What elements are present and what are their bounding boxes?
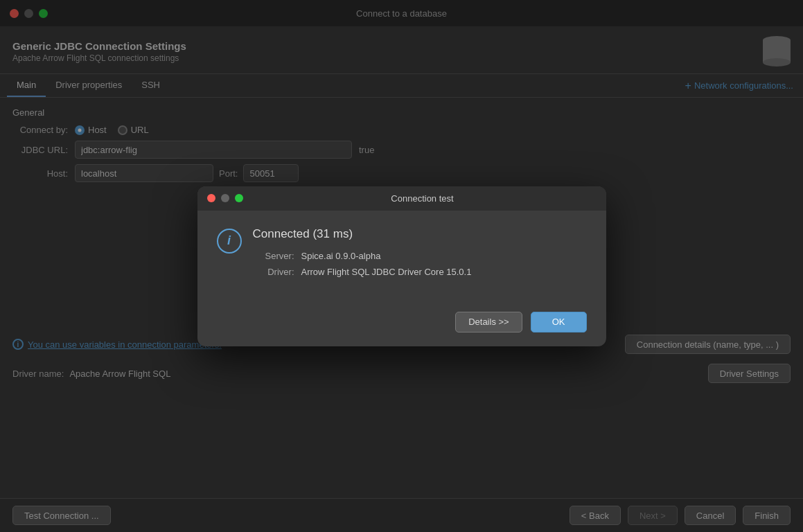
server-value: Spice.ai 0.9.0-alpha xyxy=(301,251,381,261)
connected-text: Connected (31 ms) xyxy=(253,227,472,241)
server-detail-row: Server: Spice.ai 0.9.0-alpha xyxy=(253,251,472,261)
driver-label: Driver: xyxy=(253,267,294,277)
modal-info-icon: i xyxy=(217,229,242,254)
modal-details: Server: Spice.ai 0.9.0-alpha Driver: Arr… xyxy=(253,251,472,277)
modal-footer: Details >> OK xyxy=(197,305,606,346)
server-label: Server: xyxy=(253,251,294,261)
driver-value: Arrow Flight SQL JDBC Driver Core 15.0.1 xyxy=(301,267,472,277)
modal-titlebar: Connection test xyxy=(197,186,606,211)
modal-content: Connected (31 ms) Server: Spice.ai 0.9.0… xyxy=(253,227,472,277)
main-window: Generic JDBC Connection Settings Apache … xyxy=(0,26,803,532)
ok-button[interactable]: OK xyxy=(531,312,587,332)
modal-connected-section: i Connected (31 ms) Server: Spice.ai 0.9… xyxy=(217,227,587,277)
modal-title: Connection test xyxy=(249,193,597,204)
modal-maximize-button[interactable] xyxy=(235,194,243,202)
modal-minimize-button[interactable] xyxy=(221,194,229,202)
modal-close-button[interactable] xyxy=(207,194,215,202)
connection-test-modal: Connection test i Connected (31 ms) Serv… xyxy=(197,186,606,346)
driver-detail-row: Driver: Arrow Flight SQL JDBC Driver Cor… xyxy=(253,267,472,277)
details-button[interactable]: Details >> xyxy=(455,312,522,332)
modal-body: i Connected (31 ms) Server: Spice.ai 0.9… xyxy=(197,211,606,305)
modal-overlay[interactable]: Connection test i Connected (31 ms) Serv… xyxy=(0,0,803,532)
